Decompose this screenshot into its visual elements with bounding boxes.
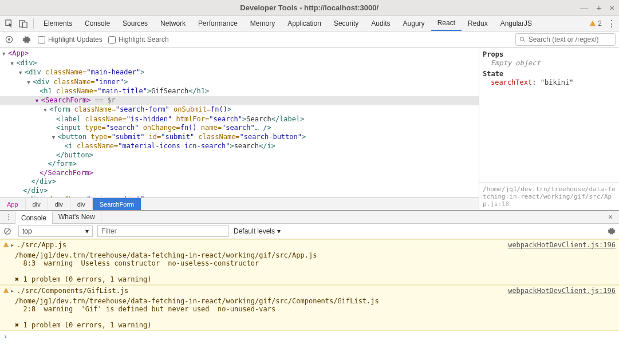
tab-network[interactable]: Network <box>154 16 192 31</box>
console-warning[interactable]: ▸ ./src/App.js webpackHotDevClient.js:19… <box>0 239 619 285</box>
tab-security[interactable]: Security <box>328 16 365 31</box>
svg-point-5 <box>520 37 523 41</box>
tab-memory[interactable]: Memory <box>244 16 281 31</box>
device-toolbar-icon[interactable] <box>16 17 30 30</box>
tree-node-app[interactable]: <App> <box>8 49 29 57</box>
console-prompt[interactable]: › <box>0 331 619 342</box>
component-search-box[interactable] <box>515 33 616 46</box>
breadcrumb: App div div div SearchForm <box>0 197 479 210</box>
tab-elements[interactable]: Elements <box>37 16 78 31</box>
warning-icon <box>3 242 9 248</box>
expand-arrow-icon[interactable]: ▸ <box>10 241 14 249</box>
react-toolbar: Highlight Updates Highlight Search <box>0 31 619 48</box>
component-tree[interactable]: <App> <div> <div className="main-header"… <box>0 48 479 197</box>
tab-angularjs[interactable]: AngularJS <box>494 16 538 31</box>
console-tab-whatsnew[interactable]: What's New <box>53 211 101 223</box>
chevron-down-icon: ▾ <box>85 227 89 235</box>
console-menu-icon[interactable]: ⋮ <box>2 213 15 221</box>
highlight-search-checkbox[interactable] <box>108 36 116 43</box>
tab-audits[interactable]: Audits <box>365 16 396 31</box>
warning-icon <box>3 287 9 294</box>
props-empty-label: Empty object <box>483 59 616 68</box>
tab-console[interactable]: Console <box>78 16 116 31</box>
tab-performance[interactable]: Performance <box>192 16 244 31</box>
tree-node-selected[interactable]: <SearchForm> == $r <box>0 96 479 106</box>
expand-arrow-icon[interactable]: ▸ <box>10 287 14 295</box>
window-titlebar: Developer Tools - http://localhost:3000/… <box>0 0 619 16</box>
clear-console-icon[interactable] <box>3 227 14 235</box>
svg-line-6 <box>523 40 525 42</box>
crumb-div[interactable]: div <box>48 198 70 210</box>
select-element-icon[interactable] <box>3 34 15 45</box>
devtools-menu-icon[interactable]: ⋮ <box>606 18 617 29</box>
tab-redux[interactable]: Redux <box>462 16 494 31</box>
console-tab-console[interactable]: Console <box>15 211 53 224</box>
context-selector[interactable]: top▾ <box>18 225 93 237</box>
tab-sources[interactable]: Sources <box>116 16 154 31</box>
svg-point-4 <box>8 38 10 41</box>
props-panel: Props Empty object State searchText: "bi… <box>479 48 619 210</box>
prompt-chevron-icon: › <box>3 333 7 341</box>
panel-tabs: Elements Console Sources Network Perform… <box>37 16 538 31</box>
chevron-down-icon: ▾ <box>277 227 281 235</box>
state-heading: State <box>483 70 616 78</box>
warnings-badge[interactable]: 2 <box>589 19 602 27</box>
props-heading: Props <box>483 50 616 59</box>
inspect-element-icon[interactable] <box>2 17 16 30</box>
console-output[interactable]: ▸ ./src/App.js webpackHotDevClient.js:19… <box>0 239 619 345</box>
tab-react[interactable]: React <box>431 16 462 31</box>
console-warning[interactable]: ▸ ./src/Components/GifList.js webpackHot… <box>0 285 619 331</box>
highlight-search-toggle[interactable]: Highlight Search <box>108 35 169 43</box>
tree-node[interactable]: <div> <box>16 59 37 67</box>
component-search-input[interactable] <box>529 35 612 43</box>
log-levels-selector[interactable]: Default levels▾ <box>234 227 281 235</box>
console-drawer-header: ⋮ Console What's New × <box>0 210 619 224</box>
window-close-button[interactable]: × <box>609 3 614 13</box>
crumb-div[interactable]: div <box>26 198 48 210</box>
console-filter-bar: top▾ Default levels▾ <box>0 224 619 239</box>
highlight-updates-toggle[interactable]: Highlight Updates <box>38 35 102 43</box>
search-icon <box>519 36 526 43</box>
tab-augury[interactable]: Augury <box>397 16 431 31</box>
highlight-updates-checkbox[interactable] <box>38 36 45 43</box>
crumb-app[interactable]: App <box>0 198 26 210</box>
state-entry[interactable]: searchText: "bikini" <box>483 78 616 87</box>
source-location[interactable]: /home/jg1/dev.trn/treehouse/data-fetchin… <box>479 183 619 210</box>
window-maximize-button[interactable]: + <box>596 3 601 13</box>
settings-gear-icon[interactable] <box>21 34 32 45</box>
crumb-searchform[interactable]: SearchForm <box>93 198 142 210</box>
svg-line-8 <box>6 230 10 234</box>
console-filter-input[interactable] <box>97 225 229 237</box>
tab-application[interactable]: Application <box>281 16 328 31</box>
crumb-div[interactable]: div <box>70 198 93 210</box>
devtools-tabbar: Elements Console Sources Network Perform… <box>0 16 619 31</box>
svg-rect-2 <box>22 22 27 27</box>
source-link[interactable]: webpackHotDevClient.js:196 <box>496 241 616 249</box>
window-minimize-button[interactable]: — <box>579 3 588 13</box>
source-link[interactable]: webpackHotDevClient.js:196 <box>496 287 616 295</box>
window-title: Developer Tools - http://localhost:3000/ <box>39 3 579 12</box>
console-settings-icon[interactable] <box>608 227 616 235</box>
console-close-icon[interactable]: × <box>604 212 617 221</box>
